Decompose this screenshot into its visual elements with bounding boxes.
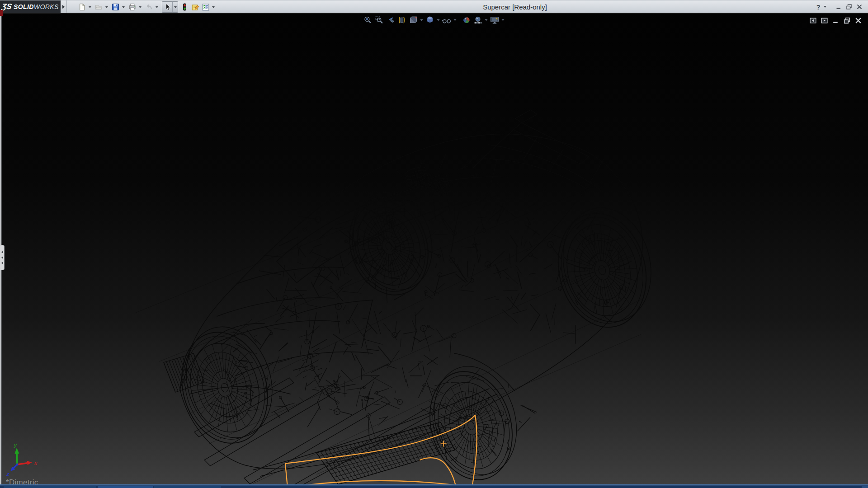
app-restore-button[interactable]: [844, 2, 854, 12]
edit-appearance-icon: [462, 16, 471, 24]
dropdown-arrow-icon: [212, 6, 215, 8]
print-dropdown[interactable]: [137, 2, 142, 12]
view-settings-dropdown[interactable]: [501, 15, 505, 25]
select-tool-group: [162, 1, 178, 13]
previous-view-icon: [387, 16, 395, 24]
apply-scene-icon: [474, 16, 482, 24]
previous-pane-button[interactable]: [809, 16, 817, 24]
rebuild-button[interactable]: [179, 2, 190, 12]
show-desktop-button[interactable]: [862, 486, 868, 488]
mechanical-detail: [247, 185, 437, 361]
hide-show-items-button[interactable]: [442, 15, 452, 25]
zoom-to-fit-icon: [364, 16, 373, 24]
dropdown-arrow-icon: [89, 6, 91, 8]
dropdown-arrow-icon: [502, 19, 505, 21]
open-dropdown[interactable]: [104, 2, 109, 12]
taskbar-button[interactable]: [98, 486, 153, 488]
select-button[interactable]: [162, 2, 173, 12]
view-settings-icon: [490, 16, 500, 24]
3ds-logo-mark-icon: ƷS: [1, 2, 13, 11]
save-icon: [112, 3, 119, 11]
windows-taskbar[interactable]: [0, 484, 868, 488]
close-icon: [856, 3, 863, 10]
open-button[interactable]: [94, 2, 104, 12]
file-properties-button[interactable]: [190, 2, 200, 12]
hide-show-items-icon: [442, 16, 452, 24]
apply-scene-button[interactable]: [473, 15, 483, 25]
document-title: Supercar [Read-only]: [483, 0, 547, 13]
minimize-document-icon: [832, 17, 840, 24]
options-dropdown[interactable]: [211, 2, 216, 12]
app-window-controls: ?: [814, 0, 864, 13]
zoom-to-area-button[interactable]: [374, 15, 385, 25]
display-style-button[interactable]: [425, 15, 435, 25]
view-orientation-label: *Dimetric: [6, 478, 38, 484]
minimize-document-button[interactable]: [831, 16, 840, 24]
standard-toolbar: [77, 1, 217, 13]
undo-icon: [145, 3, 153, 11]
selected-edges[interactable]: [285, 415, 477, 484]
next-pane-button[interactable]: [820, 16, 828, 24]
dropdown-arrow-icon: [139, 6, 142, 8]
taskbar-button[interactable]: [154, 486, 221, 488]
save-button[interactable]: [110, 2, 121, 12]
apply-scene-dropdown[interactable]: [484, 15, 489, 25]
dropdown-arrow-icon: [156, 6, 158, 8]
undo-button[interactable]: [144, 2, 154, 12]
solidworks-logo: ƷSSOLIDWORKS: [0, 0, 61, 13]
flyout-arrow-icon: [62, 5, 65, 9]
previous-view-button[interactable]: [386, 15, 396, 25]
help-button[interactable]: ?: [814, 3, 822, 11]
view-orientation-dropdown[interactable]: [420, 15, 424, 25]
restore-document-button[interactable]: [843, 16, 851, 24]
close-document-button[interactable]: [854, 16, 862, 24]
display-style-icon: [426, 16, 434, 24]
next-pane-icon: [821, 17, 828, 24]
section-view-button[interactable]: [397, 15, 407, 25]
svg-text:z: z: [6, 471, 9, 477]
zoom-to-fit-button[interactable]: [363, 15, 373, 25]
section-view-icon: [398, 16, 406, 24]
wheel: [546, 198, 664, 337]
app-close-button[interactable]: [854, 2, 864, 12]
app-minimize-button[interactable]: [833, 2, 844, 12]
print-button[interactable]: [127, 2, 137, 12]
featuremanager-collapsed-tab[interactable]: [0, 245, 5, 270]
titlebar: ƷSSOLIDWORKS: [0, 0, 868, 13]
taskbar-button[interactable]: [4, 486, 96, 488]
view-orientation-icon: [409, 16, 418, 24]
undo-dropdown[interactable]: [154, 2, 159, 12]
view-settings-button[interactable]: [490, 15, 500, 25]
svg-text:y: y: [14, 442, 17, 448]
restore-document-icon: [843, 17, 851, 24]
view-orientation-button[interactable]: [408, 15, 419, 25]
document-window-controls: [809, 16, 862, 24]
dropdown-arrow-icon: [824, 6, 826, 8]
collapse-arrow-icon: [1, 256, 3, 259]
svg-text:x: x: [34, 460, 38, 466]
save-dropdown[interactable]: [121, 2, 126, 12]
menu-flyout-arrow[interactable]: [61, 0, 67, 13]
new-button[interactable]: [77, 2, 87, 12]
select-dropdown[interactable]: [173, 2, 178, 12]
select-cursor-icon: [164, 3, 171, 11]
mechanical-detail: [468, 201, 649, 364]
options-button[interactable]: [200, 2, 211, 12]
coil-spring: [428, 173, 452, 197]
graphics-area[interactable]: yxz: [0, 14, 868, 484]
previous-pane-icon: [809, 17, 817, 24]
dropdown-arrow-icon: [437, 19, 440, 21]
background-window-sliver: [0, 10, 3, 16]
new-dropdown[interactable]: [87, 2, 92, 12]
traffic-light-icon: [181, 3, 189, 11]
dropdown-arrow-icon: [420, 19, 423, 21]
collapse-arrow-icon: [1, 251, 3, 253]
edit-appearance-button[interactable]: [462, 15, 472, 25]
help-dropdown[interactable]: [822, 2, 827, 12]
print-icon: [128, 3, 136, 11]
display-style-dropdown[interactable]: [436, 15, 441, 25]
hide-show-items-dropdown[interactable]: [453, 15, 458, 25]
brand-solid: SOLID: [14, 3, 34, 10]
dropdown-arrow-icon: [454, 19, 457, 21]
solidworks-window: ƷSSOLIDWORKS: [0, 0, 868, 488]
